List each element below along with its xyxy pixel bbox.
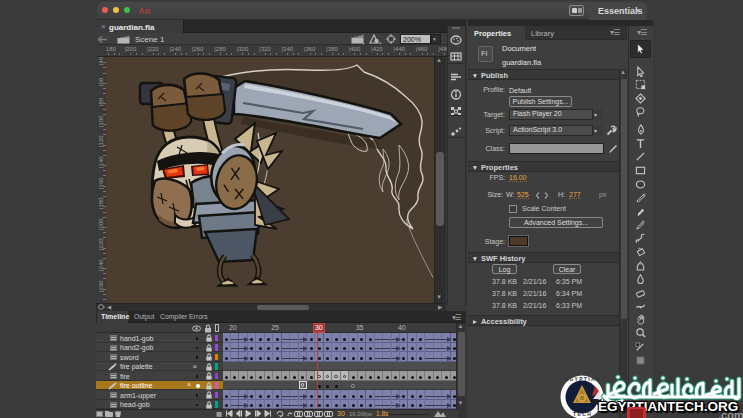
svg-text:T E C H: T E C H [573,411,591,417]
svg-text:E G Y P T I A N: E G Y P T I A N [565,376,600,382]
